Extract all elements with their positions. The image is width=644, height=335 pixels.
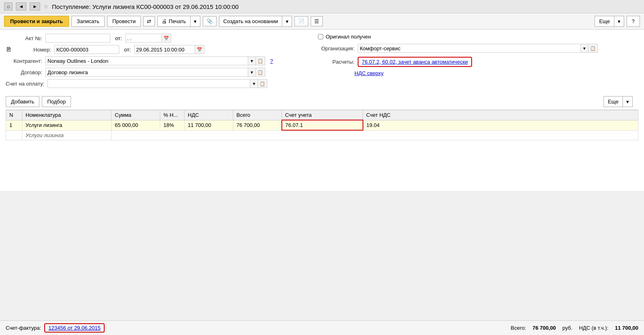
col-header-schet-ucheta: Счет учета xyxy=(282,110,363,120)
nomer-input[interactable] xyxy=(54,45,119,54)
page-title: Поступление: Услуги лизинга КС00-000003 … xyxy=(52,3,238,10)
doc-icon-button[interactable]: 📄 xyxy=(294,16,308,26)
nomer-calendar-button[interactable]: 📅 xyxy=(195,45,204,54)
org-input-group: ▼ 📋 xyxy=(358,44,598,53)
cell-n: 1 xyxy=(6,120,22,130)
nds-sverhu-link[interactable]: НДС сверху xyxy=(354,70,384,76)
dogovor-dropdown-button[interactable]: ▼ xyxy=(248,68,256,77)
raschet-link[interactable]: 76.07.2, 60.02, зачет аванса автоматичес… xyxy=(362,59,468,65)
save-button[interactable]: Записать xyxy=(71,16,105,27)
table-more-arrow-button[interactable]: ▼ xyxy=(623,96,633,107)
original-row: Оригинал получен xyxy=(318,34,638,40)
table-toolbar: Добавить Подбор Еще ▼ xyxy=(6,94,638,110)
more-main-button[interactable]: Еще xyxy=(595,16,614,27)
toolbar: Провести и закрыть Записать Провести ⇄ 🖨… xyxy=(0,13,644,30)
schet-opl-input-group: ▼ 📋 xyxy=(47,79,267,88)
create-based-split-button: Создать на основании ▼ xyxy=(219,16,292,27)
kontragent-input-group: ▼ 📋 xyxy=(45,56,265,65)
akt-label: Акт №: xyxy=(6,35,42,41)
attach-button[interactable]: 📎 xyxy=(203,16,217,26)
col-header-schet-nds: Счет НДС xyxy=(363,110,638,120)
col-header-nds: НДС xyxy=(185,110,233,120)
conduct-button[interactable]: Провести xyxy=(107,16,141,27)
raschet-value-box: 76.07.2, 60.02, зачет аванса автоматичес… xyxy=(358,57,472,67)
cell-summa: 65 000,00 xyxy=(112,120,160,130)
favorite-icon[interactable]: ☆ xyxy=(43,3,49,10)
schet-opl-input[interactable] xyxy=(47,79,250,88)
cell-sub-text: Услуги лизинга xyxy=(22,130,112,140)
help-button[interactable]: ? xyxy=(627,16,640,27)
org-input[interactable] xyxy=(358,44,581,53)
kontragent-dropdown-button[interactable]: ▼ xyxy=(248,56,256,65)
col-header-summa: Сумма xyxy=(112,110,160,120)
col-header-nomenklatura: Номенклатура xyxy=(22,110,112,120)
table-row[interactable]: 1 Услуги лизинга 65 000,00 18% 11 700,00… xyxy=(6,120,638,130)
add-button[interactable]: Добавить xyxy=(6,96,39,107)
pick-button[interactable]: Подбор xyxy=(42,96,71,107)
akt-input[interactable] xyxy=(45,34,110,43)
dogovor-input-group: ▼ 📋 xyxy=(45,68,265,77)
kontragent-label: Контрагент: xyxy=(6,58,42,64)
col-header-nds-percent: % Н... xyxy=(160,110,185,120)
table-more-split-button: Еще ▼ xyxy=(603,96,633,107)
create-based-arrow-button[interactable]: ▼ xyxy=(282,16,292,27)
akt-input-group xyxy=(45,34,110,43)
org-copy-button[interactable]: 📋 xyxy=(588,44,598,53)
right-panel: Оригинал получен Организация: ▼ 📋 Расчет… xyxy=(310,34,638,90)
org-row: Организация: ▼ 📋 xyxy=(318,44,638,53)
akt-date-input[interactable] xyxy=(125,34,162,43)
kontragent-copy-button[interactable]: 📋 xyxy=(256,56,265,65)
nomer-date-input[interactable] xyxy=(134,45,195,54)
cell-nds: 11 700,00 xyxy=(185,120,233,130)
print-main-button[interactable]: 🖨 Печать xyxy=(157,16,190,27)
akt-calendar-button[interactable]: 📅 xyxy=(162,34,171,43)
table-subrow: Услуги лизинга xyxy=(6,130,638,140)
data-table: N Номенклатура Сумма % Н... НДС Всего Сч… xyxy=(6,110,638,140)
raschet-label: Расчеты: xyxy=(318,59,354,65)
cell-vsego: 76 700,00 xyxy=(233,120,282,130)
table-more-main-button[interactable]: Еще xyxy=(603,96,623,107)
more-arrow-button[interactable]: ▼ xyxy=(614,16,624,27)
cell-sub-n xyxy=(6,130,22,140)
schet-opl-label: Счет на оплату: xyxy=(6,81,44,87)
nav-back-button[interactable]: ◄ xyxy=(16,2,26,11)
nds-sverhu-row: НДС сверху xyxy=(354,70,638,76)
dogovor-input[interactable] xyxy=(45,68,248,77)
create-based-main-button[interactable]: Создать на основании xyxy=(219,16,282,27)
nav-forward-button[interactable]: ► xyxy=(30,2,40,11)
print-arrow-button[interactable]: ▼ xyxy=(190,16,200,27)
nomer-input-group xyxy=(54,45,119,54)
kontragent-input[interactable] xyxy=(45,56,248,65)
cell-schet-nds: 19.04 xyxy=(363,120,638,130)
nomer-row: 🖹 Номер: от: 📅 xyxy=(6,45,310,54)
dogovor-row: Договор: ▼ 📋 xyxy=(6,68,310,77)
raschet-row: Расчеты: 76.07.2, 60.02, зачет аванса ав… xyxy=(318,57,638,67)
cell-nds-percent: 18% xyxy=(160,120,185,130)
org-dropdown-button[interactable]: ▼ xyxy=(581,44,588,53)
home-button[interactable]: ⌂ xyxy=(4,2,13,11)
org-label: Организация: xyxy=(318,45,354,52)
dogovor-label: Договор: xyxy=(6,69,42,75)
title-bar: ⌂ ◄ ► ☆ Поступление: Услуги лизинга КС00… xyxy=(0,0,644,13)
col-header-vsego: Всего xyxy=(233,110,282,120)
schet-opl-row: Счет на оплату: ▼ 📋 xyxy=(6,79,310,88)
kontragent-row: Контрагент: ▼ 📋 ? xyxy=(6,56,310,65)
print-split-button: 🖨 Печать ▼ xyxy=(157,16,200,27)
list-icon-button[interactable]: ☰ xyxy=(311,16,323,26)
conduct-and-close-button[interactable]: Провести и закрыть xyxy=(4,16,69,27)
original-checkbox[interactable] xyxy=(318,34,323,39)
more-split-button: Еще ▼ xyxy=(595,16,624,27)
doc-icon-small: 🖹 xyxy=(6,46,11,53)
question-mark[interactable]: ? xyxy=(270,58,273,64)
original-label: Оригинал получен xyxy=(326,34,371,40)
schet-opl-copy-button[interactable]: 📋 xyxy=(258,79,267,88)
akt-row: Акт №: от: 📅 xyxy=(6,34,310,43)
col-header-n: N xyxy=(6,110,22,120)
cell-schet-ucheta: 76.07.1 xyxy=(282,120,363,130)
schet-opl-dropdown-button[interactable]: ▼ xyxy=(250,79,258,88)
nomer-from-label: от: xyxy=(124,47,131,53)
form-area: Акт №: от: 📅 🖹 Номер: от: xyxy=(0,30,644,192)
exchange-icon-button[interactable]: ⇄ xyxy=(143,16,155,26)
nomer-label: Номер: xyxy=(15,47,51,53)
dogovor-copy-button[interactable]: 📋 xyxy=(256,68,265,77)
